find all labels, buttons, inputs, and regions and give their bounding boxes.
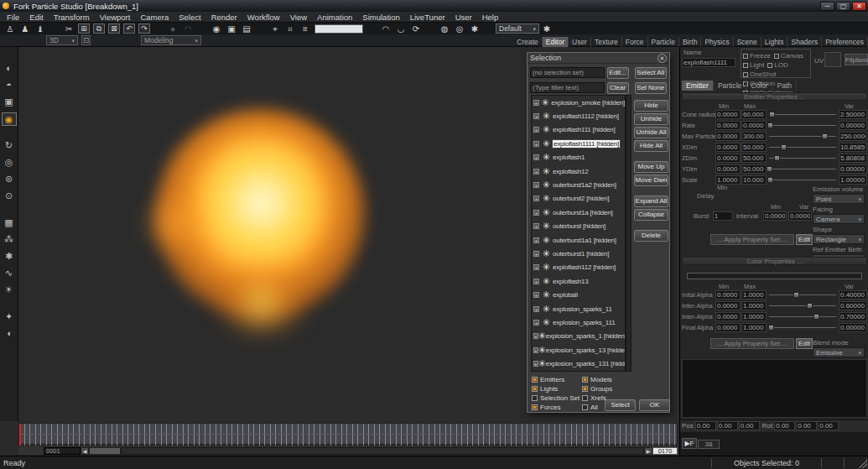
menu-livetuner[interactable]: LiveTuner bbox=[405, 13, 450, 22]
render-name-input[interactable] bbox=[314, 24, 363, 34]
max-input[interactable] bbox=[741, 323, 767, 332]
expand-icon[interactable]: + bbox=[533, 320, 539, 326]
copy-icon[interactable]: ⊞ bbox=[78, 23, 90, 34]
expand-icon[interactable]: + bbox=[533, 279, 539, 284]
add-model-icon[interactable]: ♝ bbox=[34, 23, 46, 34]
close-button[interactable]: ✕ bbox=[852, 2, 866, 11]
interval-var-input[interactable] bbox=[788, 211, 812, 221]
workspace-dropdown[interactable]: Modeling ▾ bbox=[141, 35, 201, 45]
pos-y-input[interactable] bbox=[717, 421, 738, 430]
expand-icon[interactable]: + bbox=[533, 237, 539, 243]
selection-list-item[interactable]: +✳exploflash1 bbox=[532, 151, 625, 164]
menu-select[interactable]: Select bbox=[174, 13, 205, 22]
undo-icon[interactable]: ↶ bbox=[123, 23, 135, 34]
selection-list-item[interactable]: +✳explosion_sparks_11 bbox=[532, 302, 625, 315]
checkbox-icon[interactable] bbox=[774, 54, 779, 59]
menu-transform[interactable]: Transform bbox=[49, 13, 95, 22]
slider-thumb[interactable] bbox=[767, 177, 773, 183]
expand-icon[interactable]: + bbox=[533, 113, 539, 119]
checkbox-icon[interactable] bbox=[743, 54, 748, 59]
min-input[interactable] bbox=[715, 290, 741, 300]
var-input[interactable] bbox=[839, 164, 867, 174]
rotate-gizmo-icon[interactable]: ↻ bbox=[2, 139, 17, 153]
slider-thumb[interactable] bbox=[767, 122, 773, 128]
region-select-icon[interactable]: ▣ bbox=[2, 96, 17, 109]
expand-icon[interactable]: + bbox=[533, 251, 539, 257]
max-input[interactable] bbox=[741, 312, 767, 321]
max-input[interactable] bbox=[741, 121, 767, 130]
selection-list-item[interactable]: +✳exploflash12 bbox=[532, 164, 625, 178]
color-gradient-bar[interactable] bbox=[687, 273, 862, 279]
value-slider[interactable] bbox=[769, 166, 836, 172]
clear-filter-button[interactable]: Clear bbox=[607, 82, 629, 94]
motion-curve-icon[interactable]: ∿ bbox=[2, 267, 17, 280]
tab-texture[interactable]: Texture bbox=[591, 37, 622, 47]
selection-list-item[interactable]: +✳outerburst2 [hidden] bbox=[532, 192, 625, 206]
flag-canvas[interactable]: Canvas bbox=[774, 52, 803, 60]
flipbook-button[interactable]: Flipbook bbox=[845, 54, 868, 65]
max-input[interactable] bbox=[741, 154, 767, 163]
subtab-color[interactable]: Color bbox=[746, 81, 772, 91]
slider-thumb[interactable] bbox=[781, 144, 787, 150]
expand-all-button[interactable]: Expand All bbox=[634, 195, 668, 207]
menu-user[interactable]: User bbox=[450, 13, 477, 22]
var-input[interactable] bbox=[839, 132, 867, 141]
tab-lights[interactable]: Lights bbox=[761, 37, 788, 47]
view-mode-dropdown[interactable]: 3D ▾ bbox=[46, 35, 78, 45]
max-input[interactable] bbox=[741, 301, 767, 310]
ok-button[interactable]: OK bbox=[639, 399, 670, 411]
end-frame-field[interactable]: 0170 bbox=[652, 447, 678, 455]
min-input[interactable] bbox=[715, 132, 741, 141]
max-input[interactable] bbox=[741, 164, 767, 174]
tab-user[interactable]: User bbox=[569, 37, 591, 47]
cut-icon[interactable]: ✂ bbox=[63, 23, 75, 34]
filter-forces[interactable]: Forces bbox=[532, 404, 582, 411]
edit-color-property-set-button[interactable]: Edit bbox=[796, 338, 813, 349]
subtab-path[interactable]: Path bbox=[773, 81, 798, 91]
tab-particle[interactable]: Particle bbox=[648, 37, 679, 47]
selection-list-item[interactable]: +✳outerburst1a [hidden] bbox=[532, 206, 625, 219]
checkbox-icon[interactable] bbox=[743, 72, 748, 77]
var-input[interactable] bbox=[839, 290, 867, 300]
tab-editor[interactable]: Editor bbox=[543, 37, 569, 47]
filter-groups[interactable]: Groups bbox=[582, 385, 632, 393]
expand-icon[interactable]: + bbox=[533, 264, 539, 270]
slider-thumb[interactable] bbox=[769, 112, 775, 117]
value-slider[interactable] bbox=[769, 155, 836, 161]
selection-list-item[interactable]: +✳exploflash1111 [hidden] bbox=[532, 137, 625, 150]
snap-scale-icon[interactable]: ≡ bbox=[299, 23, 311, 34]
screenshot-icon[interactable]: ▣ bbox=[226, 23, 237, 34]
menu-help[interactable]: Help bbox=[477, 13, 504, 22]
collapse-button[interactable]: Collapse bbox=[634, 209, 668, 221]
camera-preset-select[interactable]: Default▾ bbox=[496, 23, 539, 34]
tab-force[interactable]: Force bbox=[622, 37, 648, 47]
facing-dropdown[interactable]: Camera ▾ bbox=[813, 214, 865, 224]
unhide-all-button[interactable]: Unhide All bbox=[634, 127, 668, 138]
slider-thumb[interactable] bbox=[768, 325, 774, 331]
selection-list-item[interactable]: +✳explosion_sparks_111 bbox=[532, 315, 625, 329]
max-input[interactable] bbox=[741, 132, 767, 141]
eye-region-icon[interactable]: ◎ bbox=[2, 156, 17, 169]
timeline-scroll-thumb[interactable] bbox=[89, 447, 121, 455]
tab-physics[interactable]: Physics bbox=[701, 37, 733, 47]
value-slider[interactable] bbox=[769, 314, 836, 320]
flag-light[interactable]: Light bbox=[743, 61, 764, 69]
camera-light-icon[interactable]: ◍ bbox=[439, 23, 450, 34]
selection-list-item[interactable]: +✳outerburst1a2 [hidden] bbox=[532, 178, 625, 191]
timeline-ruler[interactable] bbox=[18, 423, 678, 445]
add-group-icon[interactable]: ♟ bbox=[19, 23, 31, 34]
tab-shaders[interactable]: Shaders bbox=[787, 37, 822, 47]
unhide-button[interactable]: Unhide bbox=[634, 113, 668, 125]
selection-set-dropdown[interactable]: (no selection set) bbox=[530, 67, 605, 78]
focus-target-icon[interactable]: ⊙ bbox=[2, 190, 17, 203]
filter-lights[interactable]: Lights bbox=[532, 385, 582, 393]
snap-move-icon[interactable]: ⌖ bbox=[269, 23, 281, 34]
rot-z-input[interactable] bbox=[818, 421, 839, 430]
expand-icon[interactable]: + bbox=[533, 195, 539, 201]
subtab-emitter[interactable]: Emitter bbox=[682, 81, 714, 91]
burst-input[interactable] bbox=[713, 211, 733, 221]
shape-dropdown[interactable]: Rectangle ▾ bbox=[813, 234, 865, 244]
expand-icon[interactable]: + bbox=[533, 210, 539, 216]
tab-create[interactable]: Create bbox=[513, 37, 543, 47]
var-input[interactable] bbox=[839, 312, 867, 321]
